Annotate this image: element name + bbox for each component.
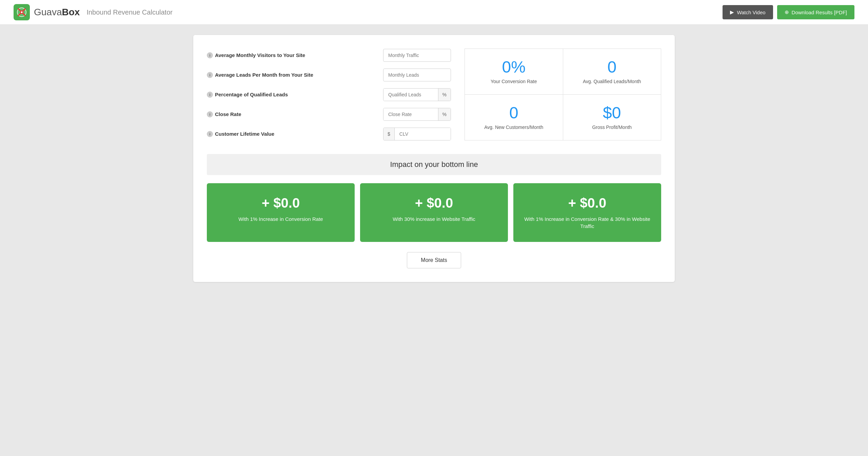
download-icon: ⊕ [785, 9, 789, 15]
impact-card-combined-desc: With 1% Increase in Conversion Rate & 30… [521, 215, 653, 230]
monthly-traffic-label-text: Average Monthly Visitors to Your Site [215, 52, 305, 58]
qualified-leads-label-text: Percentage of Qualified Leads [215, 92, 288, 97]
stat-gross-profit-label: Gross Profit/Month [592, 125, 632, 130]
qualified-leads-input-control: % [383, 88, 451, 101]
monthly-leads-row: i Average Leads Per Month from Your Site [207, 69, 451, 81]
clv-info-icon[interactable]: i [207, 131, 213, 137]
play-icon: ▶ [730, 9, 734, 15]
close-rate-input-control: % [383, 108, 451, 121]
qualified-leads-input-wrapper: % [383, 88, 451, 101]
header-brand-area: GuavaBox Inbound Revenue Calculator [14, 4, 173, 20]
impact-card-combined-amount: + $0.0 [521, 195, 653, 211]
clv-label-text: Customer Lifetime Value [215, 131, 274, 137]
clv-input[interactable] [395, 128, 451, 140]
stat-conversion-rate: 0% Your Conversion Rate [465, 49, 563, 94]
close-rate-input-wrapper: % [383, 108, 451, 121]
clv-prefix: $ [383, 128, 395, 140]
stats-grid: 0% Your Conversion Rate 0 Avg. Qualified… [465, 49, 661, 140]
stat-new-customers-value: 0 [509, 105, 518, 121]
stat-qualified-leads-value: 0 [607, 59, 616, 75]
clv-input-wrapper: $ [383, 128, 451, 140]
qualified-leads-label: i Percentage of Qualified Leads [207, 92, 288, 98]
calculator-card: i Average Monthly Visitors to Your Site … [193, 35, 675, 282]
stat-gross-profit: $0 Gross Profit/Month [563, 95, 661, 140]
clv-label: i Customer Lifetime Value [207, 131, 274, 137]
qualified-leads-row: i Percentage of Qualified Leads % [207, 88, 451, 101]
logo-icon [14, 4, 30, 20]
monthly-traffic-input-control [383, 49, 451, 62]
clv-input-control: $ [383, 128, 451, 140]
close-rate-label-text: Close Rate [215, 111, 241, 117]
impact-card-conversion-amount: + $0.0 [215, 195, 347, 211]
stat-conversion-rate-value: 0% [502, 59, 526, 75]
impact-header: Impact on your bottom line [207, 154, 661, 175]
top-section: i Average Monthly Visitors to Your Site … [207, 49, 661, 140]
stat-conversion-rate-label: Your Conversion Rate [491, 79, 537, 84]
brand-guava: Guava [34, 7, 62, 17]
stat-qualified-leads: 0 Avg. Qualified Leads/Month [563, 49, 661, 94]
impact-card-traffic-amount: + $0.0 [368, 195, 500, 211]
watch-video-label: Watch Video [737, 10, 765, 15]
monthly-traffic-info-icon[interactable]: i [207, 52, 213, 58]
impact-card-conversion-desc: With 1% Increase in Conversion Rate [215, 215, 347, 223]
monthly-traffic-input[interactable] [383, 49, 451, 62]
stat-gross-profit-value: $0 [603, 105, 621, 121]
more-stats-row: More Stats [207, 252, 661, 268]
brand-text: GuavaBox [34, 7, 80, 18]
inputs-area: i Average Monthly Visitors to Your Site … [207, 49, 451, 140]
monthly-traffic-label: i Average Monthly Visitors to Your Site [207, 52, 305, 58]
qualified-leads-info-icon[interactable]: i [207, 92, 213, 98]
stat-new-customers: 0 Avg. New Customers/Month [465, 95, 563, 140]
monthly-leads-info-icon[interactable]: i [207, 72, 213, 78]
watch-video-button[interactable]: ▶ Watch Video [723, 5, 773, 19]
impact-card-traffic-desc: With 30% increase in Website Traffic [368, 215, 500, 223]
clv-row: i Customer Lifetime Value $ [207, 128, 451, 140]
close-rate-row: i Close Rate % [207, 108, 451, 121]
impact-cards: + $0.0 With 1% Increase in Conversion Ra… [207, 183, 661, 242]
stat-new-customers-label: Avg. New Customers/Month [484, 125, 543, 130]
monthly-traffic-row: i Average Monthly Visitors to Your Site [207, 49, 451, 62]
svg-point-4 [21, 12, 23, 13]
monthly-leads-label-text: Average Leads Per Month from Your Site [215, 72, 313, 78]
monthly-leads-label: i Average Leads Per Month from Your Site [207, 72, 313, 78]
brand-box: Box [62, 7, 80, 17]
site-header: GuavaBox Inbound Revenue Calculator ▶ Wa… [0, 0, 868, 25]
header-actions: ▶ Watch Video ⊕ Download Results [PDF] [723, 5, 854, 19]
qualified-leads-suffix: % [438, 89, 451, 101]
main-content: i Average Monthly Visitors to Your Site … [180, 25, 688, 292]
download-results-button[interactable]: ⊕ Download Results [PDF] [777, 5, 854, 19]
close-rate-label: i Close Rate [207, 111, 241, 117]
close-rate-suffix: % [438, 108, 451, 120]
impact-card-traffic: + $0.0 With 30% increase in Website Traf… [360, 183, 508, 242]
page-title: Inbound Revenue Calculator [86, 8, 173, 16]
close-rate-input[interactable] [383, 108, 438, 120]
stat-qualified-leads-label: Avg. Qualified Leads/Month [583, 79, 641, 84]
impact-card-conversion: + $0.0 With 1% Increase in Conversion Ra… [207, 183, 355, 242]
logo [14, 4, 30, 20]
more-stats-button[interactable]: More Stats [407, 252, 461, 268]
monthly-leads-input-control [383, 69, 451, 81]
qualified-leads-input[interactable] [383, 89, 438, 101]
impact-card-combined: + $0.0 With 1% Increase in Conversion Ra… [513, 183, 661, 242]
monthly-leads-input[interactable] [383, 69, 451, 81]
close-rate-info-icon[interactable]: i [207, 111, 213, 117]
download-label: Download Results [PDF] [792, 10, 847, 15]
